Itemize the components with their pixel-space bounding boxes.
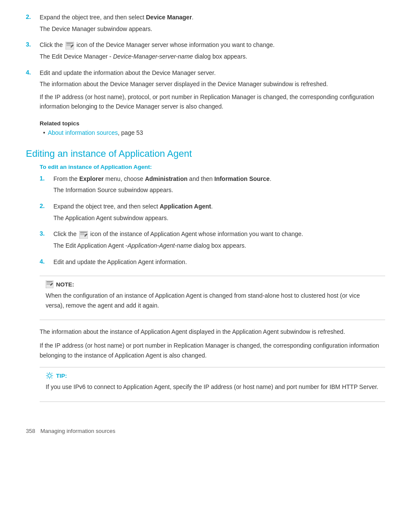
step-3-pre: Click the (40, 41, 65, 48)
svg-rect-16 (47, 283, 50, 284)
step-4-content: Edit and update the information about th… (40, 68, 385, 113)
svg-point-20 (48, 374, 51, 377)
edit-icon-2 (79, 231, 88, 239)
step-3-main: Click the icon of the Device Manager ser… (40, 40, 385, 50)
app-step-3-post: icon of the instance of Application Agen… (90, 230, 303, 237)
app-step-3-content: Click the icon of the instance of Applic… (53, 230, 385, 252)
about-information-sources-link[interactable]: About information sources (48, 129, 118, 136)
step-3-post: icon of the Device Manager server whose … (76, 41, 274, 48)
app-step-3-sub: The Edit Application Agent -Application-… (53, 241, 385, 251)
app-step-4-content: Edit and update the Application Agent in… (53, 258, 385, 269)
bullet-icon: • (43, 129, 45, 136)
note-label: NOTE: (56, 281, 74, 288)
app-step-3-block: 3. Click the icon of the instance of Ap (40, 230, 385, 252)
edit-icon (65, 42, 74, 50)
app-step-2-sub: The Application Agent subwindow appears. (53, 214, 385, 223)
app-step-1-pre: From the (53, 175, 79, 182)
step-2-bold: Device Manager (146, 14, 192, 21)
app-step-3-sub1: The Edit Application Agent - (53, 242, 128, 249)
step-2-period: . (192, 14, 193, 21)
footer-section-title: Managing information sources (40, 428, 115, 434)
subsection-container: To edit an instance of Application Agent… (40, 164, 385, 402)
app-step-1-block: 1. From the Explorer menu, choose Admini… (40, 174, 385, 197)
svg-rect-3 (66, 45, 72, 46)
tip-box: TIP: If you use IPv6 to connect to Appli… (40, 367, 385, 401)
app-step-2-bold: Application Agent (160, 203, 211, 210)
svg-rect-10 (80, 234, 85, 235)
section-heading: Editing an instance of Application Agent (26, 148, 385, 159)
app-step-2-pre: Expand the object tree, and then select (53, 203, 160, 210)
tip-icon (46, 372, 53, 380)
related-topics-section: Related topics • About information sourc… (40, 120, 385, 136)
app-step-3-pre: Click the (53, 230, 78, 237)
svg-line-25 (47, 373, 47, 373)
app-step-1-period: . (270, 175, 271, 182)
note-icon (46, 280, 53, 288)
app-step-1-content: From the Explorer menu, choose Administr… (53, 174, 385, 197)
body-text-1: The information about the instance of Ap… (40, 327, 385, 336)
app-step-1-bold1: Explorer (79, 175, 104, 182)
note-body: When the configuration of an instance of… (46, 291, 379, 310)
app-step-2-content: Expand the object tree, and then select … (53, 202, 385, 224)
app-step-2-period: . (211, 203, 213, 210)
footer-page-number: 358 (26, 428, 35, 434)
app-step-4-main: Edit and update the Application Agent in… (53, 258, 385, 267)
app-step-2-number: 2. (40, 202, 53, 209)
step-2-number: 2. (26, 13, 40, 20)
related-topics-heading: Related topics (40, 120, 385, 127)
body-text-2: If the IP address (or host name) or port… (40, 341, 385, 360)
step-3-sub2: dialog box appears. (193, 53, 247, 60)
step-3-content: Click the icon of the Device Manager ser… (40, 40, 385, 63)
step-3-number: 3. (26, 40, 40, 48)
step-4-block: 4. Edit and update the information about… (26, 68, 385, 113)
step-2-block: 2. Expand the object tree, and then sele… (26, 13, 385, 35)
note-title: NOTE: (46, 280, 379, 288)
svg-line-27 (52, 373, 52, 373)
related-link-text: About information sources, page 53 (48, 129, 143, 136)
svg-line-28 (47, 378, 47, 378)
app-step-1-sub: The Information Source subwindow appears… (53, 186, 385, 195)
note-box: NOTE: When the configuration of an insta… (40, 276, 385, 320)
tip-title: TIP: (46, 372, 379, 380)
tip-label: TIP: (56, 373, 67, 379)
related-link-page: , page 53 (118, 129, 143, 136)
svg-line-26 (52, 378, 52, 378)
step-4-sub1: The information about the Device Manager… (40, 80, 385, 89)
step-2-content: Expand the object tree, and then select … (40, 13, 385, 35)
page-footer: 358 Managing information sources (26, 428, 385, 434)
step-4-number: 4. (26, 68, 40, 76)
step-3-italic: Device-Manager-server-name (113, 53, 193, 60)
tip-body: If you use IPv6 to connect to Applicatio… (46, 382, 379, 392)
app-step-3-number: 3. (40, 230, 53, 237)
svg-rect-15 (47, 281, 53, 282)
app-step-1-mid1: menu, choose (104, 175, 145, 182)
step-4-main: Edit and update the information about th… (40, 68, 385, 78)
subsection-heading: To edit an instance of Application Agent… (40, 164, 385, 170)
step-3-block: 3. Click the icon of the Device Manager … (26, 40, 385, 63)
app-step-3-italic: Application-Agent-name (128, 242, 192, 249)
app-step-1-mid2: and then (187, 175, 214, 182)
step-2-sub: The Device Manager subwindow appears. (40, 25, 385, 34)
app-step-3-main: Click the icon of the instance of Applic… (53, 230, 385, 239)
step-3-sub-text: The Edit Device Manager - (40, 53, 113, 60)
app-step-1-bold3: Information Source (215, 175, 270, 182)
svg-rect-1 (66, 43, 73, 44)
svg-rect-2 (66, 44, 71, 45)
svg-rect-8 (80, 232, 87, 233)
step-2-main: Expand the object tree, and then select … (40, 13, 385, 22)
app-step-3-sub2: dialog box appears. (192, 242, 246, 249)
app-step-4-number: 4. (40, 258, 53, 265)
app-step-2-block: 2. Expand the object tree, and then sele… (40, 202, 385, 224)
app-step-1-bold2: Administration (145, 175, 187, 182)
app-step-2-main: Expand the object tree, and then select … (53, 202, 385, 212)
step-4-sub2: If the IP address (or host name), protoc… (40, 93, 385, 111)
app-step-4-block: 4. Edit and update the Application Agent… (40, 258, 385, 269)
step-3-sub: The Edit Device Manager - Device-Manager… (40, 52, 385, 62)
svg-rect-9 (80, 233, 84, 234)
app-step-1-number: 1. (40, 174, 53, 182)
related-item: • About information sources, page 53 (43, 129, 385, 136)
app-step-1-main: From the Explorer menu, choose Administr… (53, 174, 385, 184)
step-2-text-pre: Expand the object tree, and then select (40, 14, 146, 21)
